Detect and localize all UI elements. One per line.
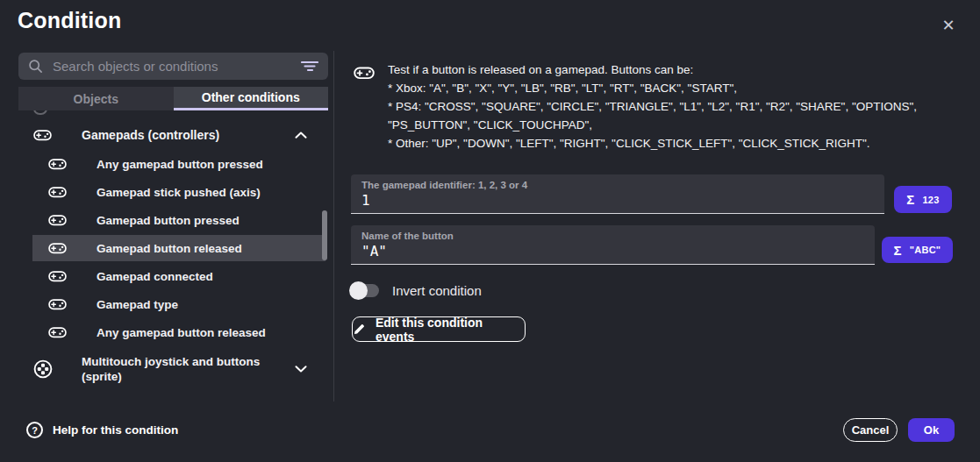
cancel-button[interactable]: Cancel [843, 418, 898, 442]
expression-builder-string-button[interactable]: Σ "ABC" [882, 237, 953, 263]
search-icon [28, 59, 43, 74]
condition-item[interactable]: Gamepad connected [32, 263, 325, 289]
search-input[interactable] [51, 58, 293, 75]
button-name-input[interactable] [361, 243, 864, 259]
toggle-switch[interactable] [350, 284, 379, 297]
gamepad-icon [33, 128, 52, 142]
condition-item-label: Gamepad stick pushed (axis) [97, 186, 261, 199]
number-badge: 123 [922, 195, 939, 205]
gamepad-icon [48, 269, 67, 283]
condition-item-label: Gamepad button released [97, 242, 242, 255]
help-label: Help for this condition [53, 423, 178, 437]
search-bar [18, 53, 328, 80]
conditions-list: Gamepads (controllers) Any gamepad butto… [18, 110, 328, 403]
string-badge: "ABC" [910, 245, 941, 255]
gamepad-icon [48, 157, 67, 171]
gamepad-icon [48, 297, 67, 311]
scrolled-item-icon-fragment [33, 110, 47, 115]
gamepad-identifier-input[interactable] [361, 192, 874, 209]
chevron-up-icon[interactable] [295, 131, 309, 139]
button-name-field: Name of the button [351, 225, 875, 265]
group-multitouch[interactable]: Multitouch joystick and buttons (sprite) [18, 349, 325, 389]
ok-button[interactable]: Ok [908, 418, 955, 442]
description-text: Test if a button is released on a gamepa… [388, 60, 971, 153]
page-title: Condition [18, 8, 121, 33]
condition-item[interactable]: Any gamepad button released [32, 319, 325, 345]
field-label: Name of the button [361, 231, 864, 241]
condition-item[interactable]: Gamepad stick pushed (axis) [32, 179, 325, 205]
gamepad-icon [354, 65, 375, 153]
group-label: Gamepads (controllers) [82, 128, 219, 142]
list-scrollbar-thumb[interactable] [322, 210, 327, 260]
gamepad-icon [48, 185, 67, 199]
expression-builder-number-button[interactable]: Σ 123 [894, 186, 952, 213]
sigma-icon: Σ [906, 193, 914, 206]
sigma-icon: Σ [894, 244, 902, 257]
pencil-icon [353, 323, 366, 336]
condition-item[interactable]: Gamepad button pressed [32, 207, 325, 233]
group-label: Multitouch joystick and buttons (sprite) [82, 354, 292, 384]
group-gamepads[interactable]: Gamepads (controllers) [18, 123, 325, 147]
condition-item-selected[interactable]: Gamepad button released [32, 235, 325, 261]
gamepad-icon [48, 325, 67, 339]
filter-icon[interactable] [301, 60, 318, 72]
close-icon[interactable]: ✕ [937, 14, 960, 37]
help-icon: ? [26, 422, 43, 438]
gamepad-icon [48, 213, 67, 227]
gamepad-identifier-field: The gamepad identifier: 1, 2, 3 or 4 [351, 174, 884, 214]
invert-condition-toggle[interactable]: Invert condition [350, 281, 482, 300]
condition-item-label: Gamepad type [97, 298, 178, 311]
condition-description: Test if a button is released on a gamepa… [354, 60, 971, 153]
field-label: The gamepad identifier: 1, 2, 3 or 4 [361, 180, 874, 190]
condition-item-label: Gamepad button pressed [97, 214, 240, 227]
tab-bar: Objects Other conditions [18, 87, 328, 110]
panel-divider [333, 51, 334, 402]
help-link[interactable]: ? Help for this condition [26, 422, 178, 438]
condition-item[interactable]: Gamepad type [32, 291, 325, 317]
edit-condition-events-button[interactable]: Edit this condition events [352, 316, 526, 342]
condition-item[interactable]: Any gamepad button pressed [32, 151, 325, 177]
multitouch-joystick-icon [33, 359, 53, 379]
chevron-down-icon[interactable] [295, 366, 309, 373]
tab-other-conditions[interactable]: Other conditions [174, 87, 329, 110]
condition-item-label: Any gamepad button released [97, 326, 266, 339]
condition-item-label: Gamepad connected [97, 270, 213, 283]
condition-dialog: Condition ✕ Objects Other conditions [0, 0, 980, 462]
condition-item-label: Any gamepad button pressed [97, 158, 263, 171]
tab-objects[interactable]: Objects [18, 87, 174, 110]
gamepad-icon [48, 241, 67, 255]
toggle-knob [349, 281, 368, 300]
toggle-label: Invert condition [392, 283, 482, 298]
edit-button-label: Edit this condition events [376, 316, 525, 344]
